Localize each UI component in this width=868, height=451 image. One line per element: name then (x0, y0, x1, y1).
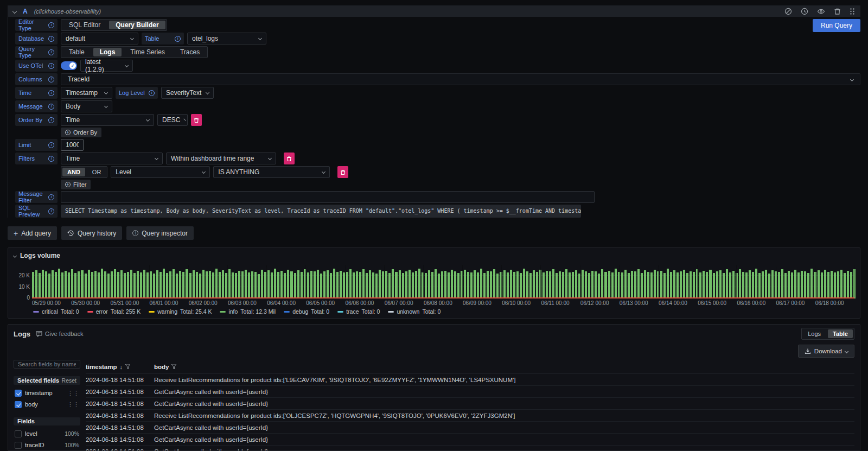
disable-query-icon[interactable] (784, 8, 792, 15)
bar (706, 272, 708, 298)
remove-order-by-button[interactable] (191, 114, 202, 126)
option-logs[interactable]: Logs (93, 48, 122, 56)
checkbox-icon[interactable] (15, 442, 22, 449)
search-fields-input[interactable] (14, 360, 80, 369)
field-level[interactable]: level100% (14, 429, 80, 439)
message-filter-input[interactable] (61, 191, 595, 203)
bar (749, 270, 751, 298)
legend-item-warning[interactable]: warningTotal: 25.4 K (149, 308, 212, 315)
bar (784, 273, 787, 298)
use-otel-toggle[interactable] (61, 61, 77, 70)
filter-level-select[interactable]: Level (111, 166, 210, 178)
run-query-button[interactable]: Run Query (813, 19, 860, 32)
body-cell: GetCartAsync called with userId={userId} (154, 401, 854, 407)
eye-icon[interactable] (817, 8, 825, 15)
query-history-button[interactable]: Query history (61, 226, 122, 240)
timestamp-column-header[interactable]: timestamp ↓ (86, 364, 154, 370)
chevron-down-icon (130, 36, 134, 40)
download-button[interactable]: Download (798, 345, 854, 358)
legend-item-unknown[interactable]: unknownTotal: 0 (388, 308, 441, 315)
add-filter-button[interactable]: Filter (61, 180, 91, 189)
filter-icon[interactable] (125, 364, 130, 369)
give-feedback-link[interactable]: Give feedback (36, 331, 83, 337)
bar (483, 273, 486, 298)
checkbox-checked-icon[interactable] (15, 390, 22, 397)
limit-input[interactable] (61, 139, 84, 151)
filter-op-select[interactable]: IS ANYTHING (213, 166, 330, 178)
collapse-panel-icon[interactable] (13, 253, 17, 257)
option-logs[interactable]: Logs (803, 329, 826, 338)
legend-item-critical[interactable]: criticalTotal: 0 (33, 308, 79, 315)
log-level-select[interactable]: SeverityText (161, 87, 214, 99)
table-select[interactable]: otel_logs (187, 33, 266, 45)
option-table[interactable]: Table (62, 48, 91, 56)
selected-field-body[interactable]: body (14, 399, 80, 410)
bar (810, 269, 813, 298)
bar (219, 272, 221, 298)
remove-filter-button[interactable] (284, 153, 295, 164)
bar (173, 269, 175, 298)
bar (245, 270, 247, 298)
bar (641, 273, 643, 298)
selected-field-timestamp[interactable]: timestamp (14, 388, 80, 398)
legend-item-error[interactable]: errorTotal: 255 K (87, 308, 141, 315)
query-footer: +Add query Query history Query inspector (8, 226, 860, 240)
view-toggle-radio-group: LogsTable (801, 328, 854, 340)
bar (215, 269, 218, 298)
drag-handle-icon[interactable] (850, 8, 855, 15)
field-traceID[interactable]: traceID100% (14, 440, 80, 450)
bar (186, 269, 188, 298)
message-select[interactable]: Body (61, 100, 112, 112)
bar (346, 272, 348, 298)
checkbox-checked-icon[interactable] (15, 401, 22, 408)
legend-item-trace[interactable]: traceTotal: 0 (337, 308, 380, 315)
drag-handle-icon[interactable] (67, 390, 79, 397)
collapse-query-icon[interactable] (12, 9, 17, 13)
option-traces[interactable]: Traces (174, 48, 206, 56)
body-column-header[interactable]: body (154, 364, 854, 370)
filter-icon[interactable] (171, 364, 176, 369)
bar (35, 270, 37, 298)
query-inspector-button[interactable]: Query inspector (126, 226, 194, 240)
legend-item-info[interactable]: infoTotal: 12.3 Mil (220, 308, 276, 315)
editor-type-radio-group: SQL EditorQuery Builder (61, 19, 167, 31)
database-row: Database default Table otel_logs (15, 33, 860, 45)
query-letter[interactable]: A (23, 8, 28, 15)
logs-volume-title[interactable]: Logs volume (20, 252, 60, 259)
bar (477, 272, 479, 298)
option-query-builder[interactable]: Query Builder (109, 21, 165, 29)
history-icon[interactable] (801, 8, 808, 15)
filter-operator-select[interactable]: Within dashboard time range (166, 153, 276, 164)
otel-version-select[interactable]: latest (1.2.9) (80, 60, 133, 72)
bar (513, 272, 515, 298)
checkbox-icon[interactable] (15, 430, 22, 437)
option-sql-editor[interactable]: SQL Editor (62, 21, 107, 29)
trash-icon[interactable] (834, 8, 841, 15)
bar (91, 272, 93, 298)
time-column-select[interactable]: Timestamp (61, 87, 112, 99)
option-and[interactable]: AND (62, 168, 85, 176)
option-time-series[interactable]: Time Series (124, 48, 171, 56)
bar (209, 271, 211, 298)
sort-desc-icon[interactable]: ↓ (120, 364, 123, 370)
add-order-by-button[interactable]: Order By (61, 128, 101, 137)
x-tick: 06/01 00:00 (150, 300, 189, 306)
bar (369, 270, 371, 298)
bar (438, 274, 440, 298)
bar (271, 272, 273, 298)
order-by-field-select[interactable]: Time (61, 114, 154, 126)
database-select[interactable]: default (61, 33, 138, 45)
legend-item-debug[interactable]: debugTotal: 0 (284, 308, 329, 315)
option-table[interactable]: Table (828, 329, 853, 338)
columns-select[interactable]: TraceId (61, 73, 860, 85)
chart-plot-area[interactable] (32, 265, 854, 298)
bar (552, 269, 554, 298)
filter-field-select[interactable]: Time (61, 153, 163, 164)
option-or[interactable]: OR (87, 168, 106, 176)
add-query-button[interactable]: +Add query (8, 226, 57, 240)
reset-fields-button[interactable]: Reset (62, 377, 76, 384)
bar (277, 272, 279, 298)
order-by-direction-select[interactable]: DESC (157, 114, 188, 126)
drag-handle-icon[interactable] (67, 401, 79, 408)
remove-condition-button[interactable] (337, 166, 348, 178)
